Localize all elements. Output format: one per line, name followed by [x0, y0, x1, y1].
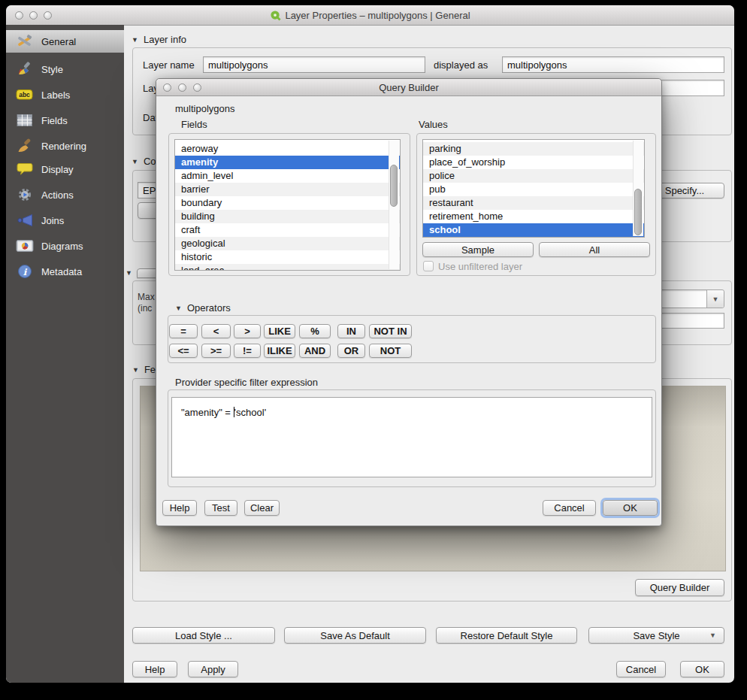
operator-in-button[interactable]: IN: [337, 324, 365, 338]
value-item[interactable]: retirement_home: [423, 210, 644, 223]
filter-expression-label: Provider specific filter expression: [175, 377, 318, 388]
displayed-as-label: displayed as: [434, 59, 488, 71]
info-icon: i: [15, 264, 35, 279]
operator-label: !=: [243, 345, 252, 356]
field-item-selected[interactable]: amenity: [175, 156, 400, 169]
values-scrollbar-thumb[interactable]: [634, 189, 642, 235]
sidebar-item-label: Display: [41, 164, 74, 175]
qb-test-button[interactable]: Test: [204, 500, 237, 516]
field-item[interactable]: aeroway: [175, 142, 400, 156]
scale-visibility-header[interactable]: ▼: [126, 269, 132, 277]
sidebar-item-diagrams[interactable]: Diagrams: [6, 235, 124, 257]
operator-notin-button[interactable]: NOT IN: [369, 324, 412, 338]
minimize-button[interactable]: [29, 11, 38, 20]
field-item[interactable]: geological: [175, 237, 400, 250]
zoom-button[interactable]: [44, 11, 52, 20]
save-as-default-button[interactable]: Save As Default: [284, 627, 426, 644]
speech-bubble-icon: [15, 162, 35, 176]
query-builder-dialog: Query Builder multipolygons Fields Value…: [156, 78, 662, 526]
sidebar-item-fields[interactable]: Fields: [6, 109, 124, 132]
filter-expression-after: 'school': [234, 407, 267, 418]
operator-le-button[interactable]: <=: [169, 344, 198, 358]
close-button[interactable]: [15, 11, 23, 20]
sidebar-item-general[interactable]: General: [6, 30, 124, 53]
value-item[interactable]: parking: [423, 142, 644, 156]
feature-subset-header[interactable]: ▼ Fe: [132, 364, 156, 375]
values-list[interactable]: parking place_of_worship police pub rest…: [422, 139, 645, 238]
crs-header[interactable]: ▼ Co: [132, 156, 156, 167]
filter-expression-before: "amenity" =: [181, 407, 234, 418]
operator-and-button[interactable]: AND: [299, 344, 331, 358]
value-item-selected[interactable]: school: [423, 223, 644, 237]
layer-name-input[interactable]: [203, 56, 425, 73]
operator-not-button[interactable]: NOT: [369, 344, 412, 358]
qb-clear-button[interactable]: Clear: [244, 500, 280, 516]
layer-info-header[interactable]: ▼ Layer info: [132, 34, 186, 45]
feature-subset-header-label: Fe: [144, 364, 156, 375]
operators-header[interactable]: ▼ Operators: [175, 302, 231, 314]
value-item[interactable]: police: [423, 169, 644, 183]
sample-button[interactable]: Sample: [422, 242, 534, 257]
sidebar-item-metadata[interactable]: i Metadata: [6, 260, 124, 283]
restore-default-style-button[interactable]: Restore Default Style: [436, 627, 577, 644]
operator-like-button[interactable]: LIKE: [264, 324, 295, 338]
operator-percent-button[interactable]: %: [299, 324, 331, 338]
filter-expression-textarea[interactable]: "amenity" = 'school': [171, 397, 652, 477]
apply-label: Apply: [201, 664, 225, 675]
help-button[interactable]: Help: [132, 661, 177, 677]
all-button[interactable]: All: [539, 242, 650, 257]
fields-scrollbar-thumb[interactable]: [390, 165, 398, 207]
qb-ok-button[interactable]: OK: [603, 500, 658, 516]
use-unfiltered-checkbox[interactable]: [423, 261, 434, 271]
displayed-as-input[interactable]: [502, 56, 724, 73]
operator-ge-button[interactable]: >=: [201, 344, 231, 358]
query-builder-button[interactable]: Query Builder: [635, 579, 724, 596]
field-item[interactable]: boundary: [175, 196, 400, 210]
collapse-triangle-icon: ▼: [132, 36, 138, 44]
field-item[interactable]: admin_level: [175, 169, 400, 183]
field-item[interactable]: barrier: [175, 183, 400, 196]
sidebar-item-display[interactable]: Display: [6, 158, 124, 180]
qgis-icon: [270, 10, 281, 21]
operator-eq-button[interactable]: =: [169, 324, 198, 338]
chevron-down-icon[interactable]: ▼: [706, 290, 724, 308]
qb-ok-label: OK: [623, 502, 637, 514]
load-style-button[interactable]: Load Style ...: [132, 627, 275, 644]
value-item[interactable]: restaurant: [423, 196, 644, 210]
qb-cancel-button[interactable]: Cancel: [543, 500, 596, 516]
save-style-button[interactable]: Save Style ▼: [588, 627, 724, 644]
cancel-button[interactable]: Cancel: [616, 661, 666, 677]
crs-header-label: Co: [144, 156, 156, 167]
field-item[interactable]: craft: [175, 223, 400, 237]
operator-label: >=: [210, 345, 222, 356]
fields-scrollbar[interactable]: [389, 141, 399, 269]
sidebar-item-joins[interactable]: Joins: [6, 209, 124, 232]
field-item[interactable]: building: [175, 210, 400, 223]
fields-list[interactable]: aeroway amenity admin_level barrier boun…: [174, 139, 401, 271]
dialog-titlebar[interactable]: Query Builder: [156, 79, 661, 96]
operator-gt-button[interactable]: >: [234, 324, 261, 338]
dialog-minimize-button[interactable]: [178, 83, 186, 92]
sidebar-item-rendering[interactable]: Rendering: [6, 135, 124, 157]
dialog-close-button[interactable]: [163, 83, 171, 92]
dialog-zoom-button[interactable]: [193, 83, 201, 92]
operator-ne-button[interactable]: !=: [234, 344, 261, 358]
ok-button[interactable]: OK: [680, 661, 724, 677]
field-item[interactable]: land_area: [175, 264, 400, 271]
sidebar-item-style[interactable]: Style: [6, 58, 124, 80]
field-item[interactable]: historic: [175, 250, 400, 264]
properties-sidebar: General Style abc Labels Fields Renderin…: [6, 25, 124, 683]
value-item[interactable]: pub: [423, 183, 644, 196]
window-titlebar[interactable]: Layer Properties – multipolygons | Gener…: [6, 5, 734, 26]
query-builder-button-label: Query Builder: [650, 582, 709, 593]
apply-button[interactable]: Apply: [188, 661, 238, 677]
qb-help-button[interactable]: Help: [162, 500, 197, 516]
value-item[interactable]: place_of_worship: [423, 156, 644, 169]
sidebar-item-labels[interactable]: abc Labels: [6, 83, 124, 106]
sidebar-item-actions[interactable]: Actions: [6, 183, 124, 206]
operator-or-button[interactable]: OR: [337, 344, 365, 358]
operator-ilike-button[interactable]: ILIKE: [264, 344, 295, 358]
operator-lt-button[interactable]: <: [201, 324, 231, 338]
save-as-default-label: Save As Default: [320, 630, 390, 641]
values-scrollbar[interactable]: [633, 141, 643, 236]
